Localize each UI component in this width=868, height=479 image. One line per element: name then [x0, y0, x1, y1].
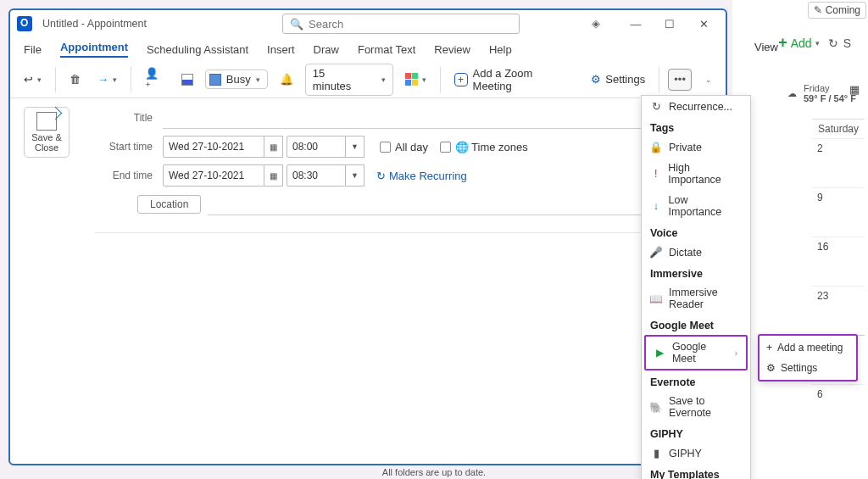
start-date-picker-button[interactable]: ▦	[264, 136, 283, 158]
google-meet-menu-item[interactable]: ▶ Google Meet ›	[644, 335, 748, 370]
categorize-button[interactable]: ▾	[400, 70, 431, 89]
time-zones-checkbox[interactable]	[440, 142, 451, 153]
low-importance-icon: ↓	[650, 200, 662, 212]
tab-scheduling[interactable]: Scheduling Assistant	[147, 43, 248, 56]
reminder-dropdown[interactable]: 15 minutes ▾	[305, 64, 393, 96]
calendar-cell[interactable]: 6	[812, 384, 865, 433]
recurrence-icon: ↻	[376, 170, 386, 182]
book-icon: 📖	[650, 292, 662, 305]
end-time-label: End time	[85, 170, 153, 181]
delete-button[interactable]: 🗑	[64, 70, 86, 89]
calendar-cell[interactable]: 9	[812, 187, 865, 237]
plus-icon: +	[766, 342, 772, 354]
undo-button[interactable]: ↩▾	[19, 70, 47, 89]
all-day-checkbox[interactable]	[380, 142, 391, 153]
immersive-reader-menu-item[interactable]: 📖 Immersive Reader	[642, 282, 750, 315]
close-button[interactable]: ✕	[687, 12, 721, 36]
recurrence-menu-item[interactable]: ↻ Recurrence...	[642, 96, 750, 117]
cloud-icon: ☁	[787, 88, 797, 99]
reminder-bell[interactable]: 🔔	[275, 70, 298, 89]
tab-draw[interactable]: Draw	[314, 43, 339, 56]
add-a-meeting-item[interactable]: + Add a meeting	[760, 337, 856, 358]
busy-label: Busy	[226, 73, 251, 86]
start-time-input[interactable]: 08:00	[287, 136, 346, 158]
ribbon-collapse-chevron[interactable]: ⌄	[705, 75, 712, 84]
immersive-header: Immersive	[642, 263, 750, 282]
menu-tabs: File Appointment Scheduling Assistant In…	[10, 37, 726, 58]
save-icon	[36, 112, 57, 131]
coming-soon-chip[interactable]: ✎ Coming	[808, 2, 866, 19]
add-zoom-meeting-button[interactable]: + Add a Zoom Meeting	[449, 64, 580, 96]
calendar-icon[interactable]: ▦	[849, 83, 860, 96]
weather-widget: ☁ Friday 59° F / 54° F	[787, 83, 856, 103]
high-label: High Importance	[668, 162, 742, 186]
zoom-settings-button[interactable]: ⚙ Settings	[586, 70, 650, 89]
add-button-bg[interactable]: + Add ▾ ↻ S	[778, 34, 851, 52]
end-time-dropdown[interactable]: ▼	[346, 164, 364, 187]
reminder-value: 15 minutes	[313, 67, 366, 92]
evernote-label: Save to Evernote	[669, 395, 742, 419]
google-meet-icon: ▶	[654, 347, 665, 359]
forward-button[interactable]: →▾	[92, 70, 122, 89]
high-importance-menu-item[interactable]: ! High Importance	[642, 158, 750, 190]
dictate-menu-item[interactable]: 🎤 Dictate	[642, 242, 750, 263]
calendar-day-header: Saturday	[812, 119, 865, 138]
immersive-label: Immersive Reader	[669, 287, 742, 310]
plus-square-icon: +	[454, 73, 468, 86]
weather-temp: 59° F / 54° F	[804, 93, 856, 103]
tab-appointment[interactable]: Appointment	[60, 41, 128, 58]
tags-header: Tags	[642, 117, 750, 136]
giphy-label: GIPHY	[669, 448, 702, 460]
end-time-input[interactable]: 08:30	[287, 164, 346, 187]
invite-attendees-button[interactable]: 👤⁺	[140, 64, 170, 96]
tab-file[interactable]: File	[24, 43, 42, 56]
end-date-picker-button[interactable]: ▦	[264, 164, 283, 187]
diamond-icon[interactable]: ◈	[592, 17, 609, 31]
location-input[interactable]	[208, 193, 712, 215]
more-commands-button[interactable]: •••	[668, 69, 692, 91]
low-importance-menu-item[interactable]: ↓ Low Importance	[642, 190, 750, 222]
form-area: Save & Close Title Start time Wed 27-10-…	[10, 98, 726, 231]
bg-label-s: S	[843, 36, 851, 50]
giphy-header: GIPHY	[642, 423, 750, 443]
start-time-dropdown[interactable]: ▼	[346, 136, 364, 158]
chevron-down-icon: ▾	[815, 39, 820, 47]
maximize-button[interactable]: ☐	[653, 12, 687, 36]
chevron-down-icon: ▾	[256, 75, 260, 84]
show-as-color[interactable]	[176, 70, 198, 89]
title-input[interactable]	[163, 107, 712, 129]
tab-insert[interactable]: Insert	[267, 43, 295, 56]
calendar-cell[interactable]: 23	[812, 286, 865, 335]
minimize-button[interactable]: —	[619, 12, 653, 36]
giphy-menu-item[interactable]: ▮ GIPHY	[642, 443, 750, 464]
weather-day: Friday	[804, 83, 856, 93]
private-menu-item[interactable]: 🔒 Private	[642, 136, 750, 158]
start-date-input[interactable]: Wed 27-10-2021	[163, 136, 264, 158]
location-button[interactable]: Location	[137, 195, 201, 214]
google-meet-settings-item[interactable]: ⚙ Settings	[760, 358, 856, 378]
zoom-label: Add a Zoom Meeting	[473, 67, 575, 92]
search-input[interactable]: 🔍 Search	[282, 14, 520, 34]
tab-format[interactable]: Format Text	[358, 43, 415, 56]
search-placeholder: Search	[309, 18, 343, 31]
busy-color-icon	[209, 74, 221, 86]
calendar-cell[interactable]: 2	[812, 138, 865, 187]
end-date-input[interactable]: Wed 27-10-2021	[163, 164, 264, 187]
evernote-menu-item[interactable]: 🐘 Save to Evernote	[642, 391, 750, 423]
save-and-close-button[interactable]: Save & Close	[24, 107, 70, 158]
share-icon: ↻	[828, 36, 838, 50]
private-label: Private	[669, 142, 702, 153]
tab-help[interactable]: Help	[489, 43, 512, 56]
make-recurring-button[interactable]: ↻ Make Recurring	[376, 170, 467, 182]
tab-review[interactable]: Review	[434, 43, 470, 56]
show-as-dropdown[interactable]: Busy ▾	[205, 70, 268, 89]
add-meeting-label: Add a meeting	[777, 342, 843, 354]
titlebar: Untitled - Appointment 🔍 Search ◈ — ☐ ✕	[10, 10, 726, 37]
calendar-column: Saturday 2 9 16 23 6	[812, 119, 865, 433]
dictate-label: Dictate	[669, 247, 702, 259]
microphone-icon: 🎤	[650, 246, 662, 259]
calendar-cell[interactable]: 16	[812, 237, 865, 286]
pencil-icon: ✎	[814, 4, 822, 16]
search-icon: 🔍	[290, 18, 303, 31]
overflow-menu: ↻ Recurrence... Tags 🔒 Private ! High Im…	[641, 95, 751, 479]
